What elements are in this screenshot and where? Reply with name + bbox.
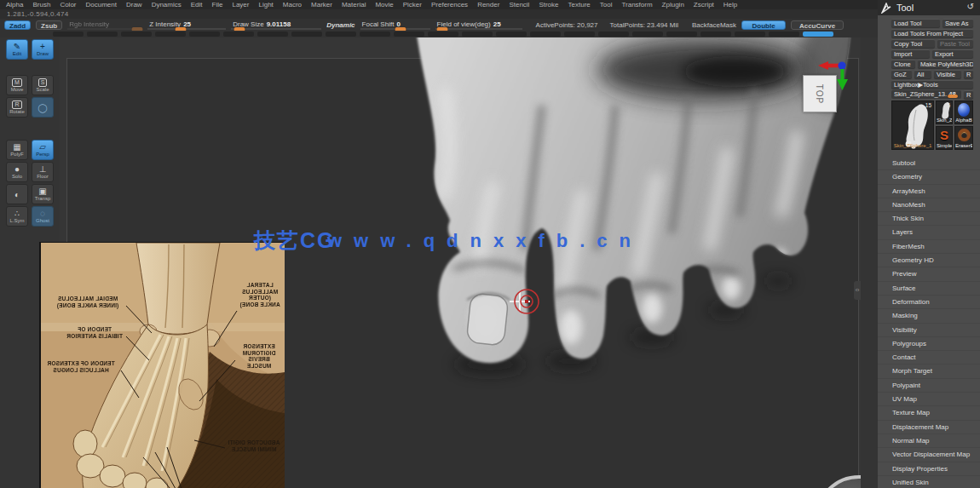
panel-section-row[interactable]: Geometry HD <box>878 254 980 267</box>
zadd-button[interactable]: Zadd <box>4 20 31 30</box>
panel-section-row[interactable]: ArrayMesh <box>878 185 980 198</box>
menu-item[interactable]: Stroke <box>539 1 558 9</box>
panel-section-row[interactable]: Texture Map <box>878 406 980 420</box>
alpha-thumbnail[interactable]: AlphaB <box>954 100 973 124</box>
panel-divider-handle[interactable]: ‹› <box>854 281 861 300</box>
shelf-button[interactable]: ◐ <box>6 184 28 204</box>
shelf-button[interactable]: ● Solo <box>6 162 28 182</box>
panel-section-row[interactable]: Unified Skin <box>878 476 980 488</box>
menu-item[interactable]: Texture <box>568 1 591 9</box>
field-of-view-slider[interactable]: Field of view(deg)25 <box>435 20 522 30</box>
rgb-intensity-slider[interactable]: Rgb Intensity <box>67 20 142 30</box>
panel-section-row[interactable]: FiberMesh <box>878 240 980 254</box>
panel-section-row[interactable]: Preview <box>878 267 980 281</box>
menu-item[interactable]: Edit <box>191 1 203 9</box>
panel-section-row[interactable]: Layers <box>878 226 980 239</box>
menu-item[interactable]: File <box>212 1 223 9</box>
backface-double-button[interactable]: Double <box>741 20 786 30</box>
menu-item[interactable]: Tool <box>600 1 613 9</box>
panel-section-row[interactable]: UV Map <box>878 393 980 406</box>
menu-item[interactable]: Movie <box>375 1 393 9</box>
shelf-button[interactable]: ⊥ Floor <box>32 162 54 182</box>
shelf-button[interactable]: S Scale <box>32 75 54 95</box>
clone-button[interactable]: Clone <box>891 60 915 68</box>
lightbox-tools-button[interactable]: Lightbox▶Tools <box>891 80 973 89</box>
panel-section-row[interactable]: Vector Displacement Map <box>878 448 980 462</box>
tool-name-slider[interactable]: Skin_ZSphere_13. 48 <box>891 90 961 99</box>
tool-panel-header[interactable]: Tool ↺ <box>878 0 980 15</box>
panel-section-row[interactable]: Displacement Map <box>878 421 980 434</box>
shelf-button[interactable]: ▣ Transp <box>32 184 54 204</box>
panel-section-row[interactable]: Surface <box>878 282 980 296</box>
slider-r-button[interactable]: R <box>964 90 973 99</box>
paste-tool-button[interactable]: Paste Tool <box>937 39 973 48</box>
menu-item[interactable]: Color <box>60 1 76 9</box>
shelf-button[interactable]: R Rotate <box>6 97 28 118</box>
save-as-button[interactable]: Save As <box>943 19 973 27</box>
scroll-indicator[interactable] <box>803 32 833 37</box>
shelf-button[interactable]: + Draw <box>32 39 54 60</box>
panel-section-row[interactable]: Contact <box>878 351 980 365</box>
ghost-icon: ◌ <box>40 209 45 218</box>
menu-item[interactable]: Material <box>342 1 366 9</box>
shelf-button[interactable]: ▦ PolyF <box>6 140 28 160</box>
panel-section-row[interactable]: Polygroups <box>878 337 980 351</box>
texture-thumbnail[interactable]: EraserE <box>954 126 973 150</box>
panel-section-row[interactable]: Subtool <box>878 157 980 170</box>
menu-item[interactable]: Macro <box>283 1 302 9</box>
export-button[interactable]: Export <box>932 49 973 58</box>
goz-visible-button[interactable]: Visible <box>934 70 961 78</box>
panel-section-row[interactable]: Thick Skin <box>878 212 980 226</box>
load-tool-button[interactable]: Load Tool <box>891 19 940 27</box>
shelf-button[interactable]: ◌ Ghost <box>32 206 54 227</box>
menu-item[interactable]: Preferences <box>431 1 468 9</box>
menu-item[interactable]: Zplugin <box>662 1 684 9</box>
panel-section-row[interactable]: Geometry <box>878 170 980 184</box>
active-tool-thumbnail[interactable]: 15 Skin_ZSphere_1 <box>891 100 934 150</box>
menu-item[interactable]: Help <box>723 1 737 9</box>
menu-item[interactable]: Document <box>86 1 117 9</box>
shelf-button[interactable]: ◯ <box>32 97 54 118</box>
z-intensity-slider[interactable]: Z Intensity25 <box>147 20 226 30</box>
shelf-button[interactable]: ∴ L.Sym <box>6 206 28 227</box>
shelf-button[interactable]: ▱ Persp <box>32 140 54 160</box>
menu-item[interactable]: Stencil <box>509 1 529 9</box>
panel-section-row[interactable]: Display Properties <box>878 462 980 476</box>
menu-item[interactable]: Draw <box>126 1 142 9</box>
zsub-button[interactable]: Zsub <box>36 20 62 30</box>
load-tools-from-project-button[interactable]: Load Tools From Project <box>891 29 973 37</box>
accucurve-button[interactable]: AccuCurve <box>791 20 844 30</box>
panel-section-row[interactable]: NanoMesh <box>878 198 980 212</box>
draw-size-slider[interactable]: Draw Size9.01158 <box>231 20 321 30</box>
goz-all-button[interactable]: All <box>914 70 931 78</box>
axis-gizmo-icon[interactable] <box>815 56 857 95</box>
shelf-button[interactable]: M Move <box>6 75 28 95</box>
panel-section-row[interactable]: Morph Target <box>878 365 980 378</box>
menu-item[interactable]: Brush <box>32 1 50 9</box>
panel-section-row[interactable]: Polypaint <box>878 379 980 393</box>
recent-tool-thumbnail[interactable]: 5 Skin_ZS <box>936 100 953 124</box>
import-button[interactable]: Import <box>891 49 930 58</box>
focal-shift-slider[interactable]: Focal Shift0 <box>360 20 430 30</box>
copy-tool-button[interactable]: Copy Tool <box>891 39 935 48</box>
goz-r-button[interactable]: R <box>964 70 973 78</box>
menu-item[interactable]: Zscript <box>694 1 714 9</box>
dynamic-toggle[interactable]: Dynamic <box>326 21 355 29</box>
panel-section-row[interactable]: Masking <box>878 309 980 323</box>
menu-item[interactable]: Render <box>477 1 499 9</box>
menu-item[interactable]: Dynamics <box>152 1 182 9</box>
menu-item[interactable]: Marker <box>311 1 332 9</box>
menu-item[interactable]: Alpha <box>6 1 23 9</box>
goz-button[interactable]: GoZ <box>891 70 912 78</box>
panel-section-row[interactable]: Normal Map <box>878 434 980 448</box>
panel-section-row[interactable]: Visibility <box>878 324 980 337</box>
stroke-thumbnail[interactable]: S SimpleI <box>936 126 953 150</box>
make-polymesh3d-button[interactable]: Make PolyMesh3D <box>918 60 973 68</box>
menu-item[interactable]: Light <box>258 1 273 9</box>
menu-item[interactable]: Transform <box>621 1 652 9</box>
panel-section-row[interactable]: Deformation <box>878 296 980 309</box>
restore-panel-icon[interactable]: ↺ <box>967 2 974 11</box>
menu-item[interactable]: Picker <box>403 1 422 9</box>
shelf-button[interactable]: ✎ Edit <box>6 39 28 60</box>
menu-item[interactable]: Layer <box>232 1 249 9</box>
